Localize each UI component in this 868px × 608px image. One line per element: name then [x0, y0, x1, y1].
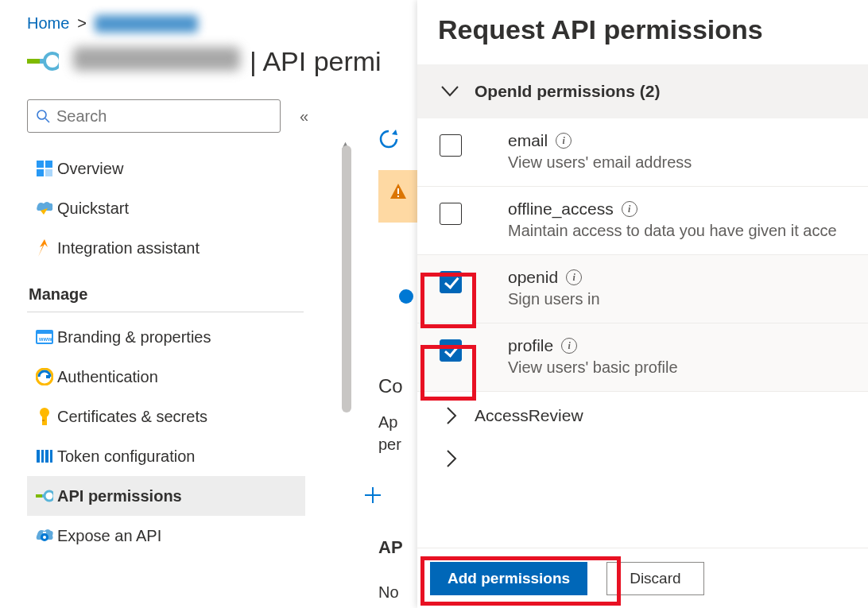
perm-desc-openid: Sign users in [508, 290, 600, 308]
checkbox-offline[interactable] [440, 203, 462, 225]
svg-rect-18 [41, 450, 44, 463]
perm-row-offline[interactable]: offline_accessi Maintain access to data … [417, 187, 868, 255]
svg-rect-23 [36, 494, 42, 498]
svg-point-3 [37, 110, 46, 119]
svg-rect-2 [27, 59, 40, 64]
perm-desc-email: View users' email address [508, 153, 692, 172]
nav-api-permissions-label: API permissions [57, 487, 182, 505]
perm-name-profile: profile [508, 336, 553, 355]
openid-group-header[interactable]: OpenId permissions (2) [417, 64, 868, 118]
nav-branding[interactable]: www Branding & properties [27, 317, 305, 357]
svg-rect-17 [37, 450, 40, 463]
api-permissions-icon [32, 487, 57, 505]
nav-integration-label: Integration assistant [57, 239, 200, 258]
checkbox-profile[interactable] [440, 339, 462, 362]
token-icon [32, 448, 57, 464]
breadcrumb-app-name[interactable] [95, 15, 198, 33]
chevron-down-icon [441, 86, 459, 97]
integration-icon [32, 239, 57, 257]
info-icon[interactable]: i [566, 269, 582, 285]
nav-branding-label: Branding & properties [57, 328, 211, 347]
svg-rect-16 [42, 420, 45, 421]
plus-icon [364, 486, 382, 504]
nav-token-label: Token configuration [57, 447, 195, 466]
sidebar-scrollbar[interactable] [342, 145, 351, 412]
svg-line-4 [45, 118, 49, 122]
app-registration-icon [27, 45, 59, 77]
info-icon[interactable]: i [556, 133, 572, 149]
perm-row-profile[interactable]: profilei View users' basic profile [417, 323, 868, 392]
nav-quickstart[interactable]: Quickstart [27, 188, 305, 228]
sidebar: ▴ « Overview Quickstart Integration assi… [27, 99, 305, 556]
perm-row-openid[interactable]: openidi Sign users in [417, 255, 868, 323]
mid-text-con: Co [378, 375, 403, 397]
nav-expose-api[interactable]: Expose an API [27, 516, 305, 556]
breadcrumb-home[interactable]: Home [27, 14, 69, 33]
mid-text-api: AP [378, 537, 403, 558]
nav-token[interactable]: Token configuration [27, 436, 305, 476]
checkbox-openid[interactable] [440, 271, 462, 293]
breadcrumb: Home > [27, 14, 413, 33]
checkbox-email[interactable] [440, 134, 462, 157]
add-permission-link[interactable] [364, 486, 382, 504]
add-permissions-button[interactable]: Add permissions [430, 562, 587, 595]
overview-icon [32, 161, 57, 176]
search-icon [36, 109, 50, 123]
nav-authentication-label: Authentication [57, 368, 158, 386]
request-permissions-panel: Request API permissions OpenId permissio… [417, 0, 868, 608]
svg-point-22 [45, 491, 53, 501]
nav-certificates-label: Certificates & secrets [57, 408, 207, 426]
svg-rect-27 [43, 541, 46, 543]
info-dot-icon [399, 289, 413, 304]
nav-certificates[interactable]: Certificates & secrets [27, 397, 305, 436]
perm-desc-offline: Maintain access to data you have given i… [508, 222, 837, 240]
quickstart-icon [32, 201, 57, 215]
nav-authentication[interactable]: Authentication [27, 357, 305, 397]
mid-text-no: No [378, 583, 399, 602]
branding-icon: www [32, 330, 57, 344]
panel-title: Request API permissions [417, 0, 868, 64]
svg-rect-7 [37, 169, 44, 176]
nav-overview-label: Overview [57, 160, 123, 178]
group-next-collapsed[interactable] [417, 443, 868, 474]
group-accessreview-label: AccessReview [475, 406, 583, 425]
perm-row-email[interactable]: emaili View users' email address [417, 118, 868, 187]
warning-icon [389, 183, 407, 200]
panel-footer: Add permissions Discard [417, 548, 868, 608]
nav-api-permissions[interactable]: API permissions [27, 476, 305, 516]
info-icon[interactable]: i [622, 201, 637, 217]
nav-expose-api-label: Expose an API [57, 527, 161, 545]
nav-quickstart-label: Quickstart [57, 199, 129, 218]
page-title-app-name [73, 47, 240, 71]
page-title: | API permi [73, 46, 382, 77]
mid-text-perr: per [378, 436, 401, 454]
expose-api-icon [32, 529, 57, 543]
svg-rect-13 [46, 375, 50, 378]
svg-rect-6 [45, 161, 52, 168]
page-title-row: | API permi [27, 45, 413, 77]
svg-rect-20 [50, 450, 52, 463]
perm-name-offline: offline_access [508, 199, 614, 219]
sidebar-search[interactable] [27, 99, 281, 133]
svg-point-25 [43, 536, 46, 539]
svg-rect-28 [397, 188, 399, 194]
svg-rect-19 [45, 450, 48, 463]
nav-group-manage: Manage [27, 268, 304, 312]
group-accessreview[interactable]: AccessReview [417, 392, 868, 440]
collapse-sidebar-icon[interactable]: « [300, 107, 305, 126]
scroll-up-icon: ▴ [342, 136, 351, 145]
svg-rect-26 [43, 532, 46, 533]
openid-group-label: OpenId permissions (2) [475, 82, 660, 101]
svg-rect-29 [397, 196, 399, 197]
breadcrumb-sep: > [77, 14, 87, 33]
discard-button[interactable]: Discard [606, 562, 703, 595]
nav-overview[interactable]: Overview [27, 149, 305, 188]
chevron-right-icon [446, 407, 457, 424]
page-title-suffix: | API permi [250, 46, 382, 77]
nav-integration[interactable]: Integration assistant [27, 228, 305, 268]
svg-rect-8 [45, 169, 52, 176]
mid-text-app: Ap [378, 413, 397, 432]
search-input[interactable] [56, 107, 272, 126]
info-icon[interactable]: i [561, 338, 577, 354]
certificates-icon [32, 408, 57, 425]
